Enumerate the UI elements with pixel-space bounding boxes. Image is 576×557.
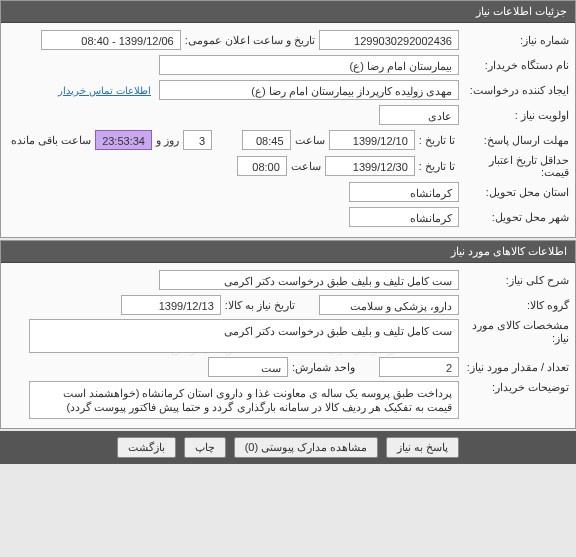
days-and-label: روز و [152, 134, 183, 147]
validity-time-label: ساعت [287, 160, 325, 173]
delivery-province-label: استان محل تحویل: [459, 186, 569, 199]
general-desc-label: شرح کلی نیاز: [459, 274, 569, 287]
validity-date-value: 1399/12/30 [325, 156, 415, 176]
validity-to-label: تا تاریخ : [415, 160, 459, 173]
general-desc-value: ست کامل تلیف و بلیف طبق درخواست دکتر اکر… [159, 270, 459, 290]
deadline-to-label: تا تاریخ : [415, 134, 459, 147]
deadline-date-value: 1399/12/10 [329, 130, 415, 150]
row-buyer-device: نام دستگاه خریدار: بیمارستان امام رضا (ع… [7, 54, 569, 76]
buyer-device-value: بیمارستان امام رضا (ع) [159, 55, 459, 75]
need-date-value: 1399/12/13 [121, 295, 221, 315]
remaining-label: ساعت باقی مانده [7, 134, 95, 147]
unit-label: واحد شمارش: [288, 361, 359, 374]
row-deadline: مهلت ارسال پاسخ: تا تاریخ : 1399/12/10 س… [7, 129, 569, 151]
priority-label: اولویت نیاز : [459, 109, 569, 122]
bottom-bar: پاسخ به نیاز مشاهده مدارک پیوستی (0) چاپ… [0, 431, 576, 464]
quantity-value: 2 [379, 357, 459, 377]
row-request-number: شماره نیاز: 1299030292002436 تاریخ و ساع… [7, 29, 569, 51]
panel2-body: مرکز آزمون، اطلاعات مدارک پارس شرح کلی ن… [1, 263, 575, 428]
attachments-button[interactable]: مشاهده مدارک پیوستی (0) [234, 437, 379, 458]
row-buyer-notes: توضیحات خریدار: پرداخت طبق پروسه یک ساله… [7, 381, 569, 419]
request-number-label: شماره نیاز: [459, 34, 569, 47]
row-delivery-province: استان محل تحویل: کرمانشاه [7, 181, 569, 203]
creator-value: مهدی زولیده کارپرداز بیمارستان امام رضا … [159, 80, 459, 100]
creator-label: ایجاد کننده درخواست: [459, 84, 569, 97]
row-creator: ایجاد کننده درخواست: مهدی زولیده کارپردا… [7, 79, 569, 101]
item-spec-value: ست کامل تلیف و بلیف طبق درخواست دکتر اکر… [29, 319, 459, 353]
print-button[interactable]: چاپ [184, 437, 226, 458]
deadline-label: مهلت ارسال پاسخ: [459, 134, 569, 147]
days-count: 3 [183, 130, 212, 150]
row-general-desc: شرح کلی نیاز: ست کامل تلیف و بلیف طبق در… [7, 269, 569, 291]
delivery-city-value: کرمانشاه [349, 207, 459, 227]
row-priority: اولویت نیاز : عادی [7, 104, 569, 126]
request-number-value: 1299030292002436 [319, 30, 459, 50]
contact-link[interactable]: اطلاعات تماس خریدار [58, 85, 151, 96]
category-label: گروه کالا: [459, 299, 569, 312]
countdown-value: 23:53:34 [95, 130, 152, 150]
buyer-device-label: نام دستگاه خریدار: [459, 59, 569, 72]
buyer-notes-label: توضیحات خریدار: [459, 381, 569, 394]
priority-value: عادی [379, 105, 459, 125]
quantity-label: تعداد / مقدار مورد نیاز: [459, 361, 569, 374]
row-quantity: تعداد / مقدار مورد نیاز: 2 واحد شمارش: س… [7, 356, 569, 378]
need-details-panel: جزئیات اطلاعات نیاز شماره نیاز: 12990302… [0, 0, 576, 238]
delivery-city-label: شهر محل تحویل: [459, 211, 569, 224]
row-item-spec: مشخصات کالای مورد نیاز: ست کامل تلیف و ب… [7, 319, 569, 353]
category-value: دارو، پزشکی و سلامت [319, 295, 459, 315]
deadline-time-label: ساعت [291, 134, 329, 147]
deadline-time-value: 08:45 [242, 130, 290, 150]
delivery-province-value: کرمانشاه [349, 182, 459, 202]
row-validity: حداقل تاریخ اعتبار قیمت: تا تاریخ : 1399… [7, 154, 569, 178]
public-announce-value: 1399/12/06 - 08:40 [41, 30, 181, 50]
panel1-body: شماره نیاز: 1299030292002436 تاریخ و ساع… [1, 23, 575, 237]
validity-time-value: 08:00 [237, 156, 287, 176]
item-spec-label: مشخصات کالای مورد نیاز: [459, 319, 569, 345]
unit-value: ست [208, 357, 288, 377]
row-category: گروه کالا: دارو، پزشکی و سلامت تاریخ نیا… [7, 294, 569, 316]
panel2-header: اطلاعات کالاهای مورد نیاز [1, 241, 575, 263]
respond-button[interactable]: پاسخ به نیاز [386, 437, 459, 458]
row-delivery-city: شهر محل تحویل: کرمانشاه [7, 206, 569, 228]
panel1-header: جزئیات اطلاعات نیاز [1, 1, 575, 23]
need-date-label: تاریخ نیاز به کالا: [221, 299, 299, 312]
items-panel: اطلاعات کالاهای مورد نیاز مرکز آزمون، اط… [0, 240, 576, 429]
public-announce-label: تاریخ و ساعت اعلان عمومی: [181, 34, 319, 47]
validity-label: حداقل تاریخ اعتبار قیمت: [459, 154, 569, 178]
back-button[interactable]: بازگشت [117, 437, 176, 458]
buyer-notes-value: پرداخت طبق پروسه یک ساله ی معاونت غذا و … [29, 381, 459, 419]
